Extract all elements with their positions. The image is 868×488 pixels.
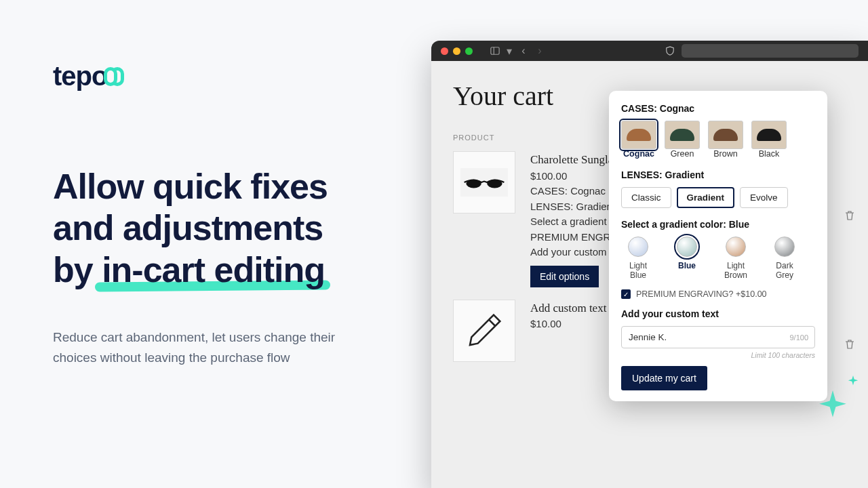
maximize-window-icon[interactable] (465, 47, 473, 55)
address-bar[interactable] (682, 44, 859, 58)
product-name: Add custom text (530, 300, 606, 317)
minimize-window-icon[interactable] (453, 47, 460, 55)
engraving-checkbox[interactable]: ✓ (621, 289, 631, 299)
gradient-color-light-blue[interactable]: Light Blue (621, 237, 655, 280)
brand-name: tepo (53, 61, 107, 92)
cases-section-label: CASES: Cognac (621, 103, 815, 114)
engraving-checkbox-row[interactable]: ✓ PREMIUM ENGRAVING? +$10.00 (621, 289, 815, 299)
browser-titlebar: ▾ ‹ › (431, 41, 868, 61)
sidebar-toggle-icon[interactable] (490, 46, 500, 56)
case-swatch-brown[interactable]: Brown (708, 121, 743, 159)
brand-logo: tepo (53, 61, 406, 92)
hero-highlight: in-cart editing (102, 249, 325, 291)
chevron-down-icon[interactable]: ▾ (507, 46, 512, 56)
hero-headline: Allow quick fixes and adjustments by in-… (53, 166, 406, 291)
remove-item-icon[interactable] (845, 339, 854, 352)
svg-rect-0 (491, 47, 499, 55)
engraving-label: PREMIUM ENGRAVING? +$10.00 (636, 289, 767, 299)
lens-option-gradient[interactable]: Gradient (677, 187, 735, 208)
case-swatch-green[interactable]: Green (665, 121, 700, 159)
gradient-color-dark-grey[interactable]: Dark Grey (768, 237, 802, 280)
product-thumbnail (453, 300, 515, 362)
svg-point-4 (487, 180, 502, 188)
gradient-color-light-brown[interactable]: Light Brown (719, 237, 753, 280)
cases-swatch-row: CognacGreenBrownBlack (621, 121, 815, 159)
custom-text-label: Add your custom text (621, 308, 815, 319)
char-limit-hint: Limit 100 characters (621, 351, 815, 359)
sparkle-icon (818, 390, 848, 420)
case-swatch-black[interactable]: Black (751, 121, 787, 159)
edit-options-button[interactable]: Edit options (530, 266, 599, 287)
lens-option-classic[interactable]: Classic (621, 187, 671, 208)
edit-options-popover: CASES: Cognac CognacGreenBrownBlack LENS… (609, 91, 827, 401)
lens-option-evolve[interactable]: Evolve (740, 187, 788, 208)
gradient-color-row: Light BlueBlueLight BrownDark Grey (621, 237, 815, 280)
close-window-icon[interactable] (441, 47, 448, 55)
gradient-section-label: Select a gradient color: Blue (621, 219, 815, 230)
product-thumbnail (453, 151, 515, 214)
product-price: $10.00 (530, 317, 606, 332)
brand-logo-mark (104, 67, 124, 86)
lenses-section-label: LENSES: Gradient (621, 169, 815, 180)
case-swatch-cognac[interactable]: Cognac (621, 121, 656, 159)
sparkle-icon (848, 375, 859, 386)
hero-subtext: Reduce cart abandonment, let users chang… (53, 327, 344, 367)
char-counter: 9/100 (789, 333, 808, 342)
forward-icon[interactable]: › (535, 46, 545, 56)
gradient-color-blue[interactable]: Blue (670, 237, 704, 280)
svg-point-3 (466, 180, 481, 188)
marketing-panel: tepo Allow quick fixes and adjustments b… (53, 61, 406, 367)
update-cart-button[interactable]: Update my cart (621, 366, 707, 390)
custom-text-input[interactable] (621, 326, 815, 348)
lenses-chip-row: ClassicGradientEvolve (621, 187, 815, 208)
privacy-shield-icon[interactable] (665, 46, 675, 56)
window-controls[interactable] (441, 47, 473, 55)
remove-item-icon[interactable] (845, 210, 854, 224)
back-icon[interactable]: ‹ (519, 46, 528, 56)
